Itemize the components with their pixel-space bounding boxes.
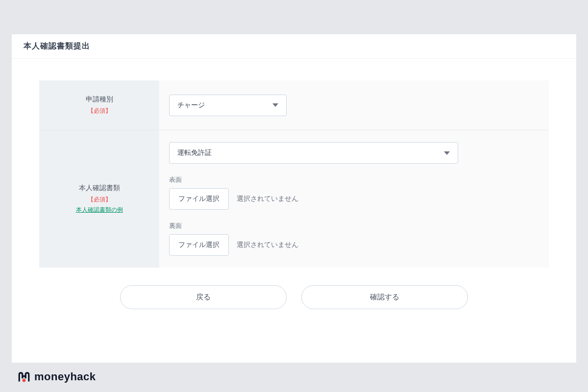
select-application-type-value: チャージ: [177, 101, 205, 110]
label-identity-doc: 本人確認書類: [49, 184, 149, 193]
file-select-front-button[interactable]: ファイル選択: [169, 188, 229, 210]
row-identity-doc: 本人確認書類 【必須】 本人確認書類の例 運転免許証 表面 ファイル選択: [39, 130, 549, 268]
label-front: 表面: [169, 175, 539, 184]
brand-name: moneyhack: [34, 370, 96, 383]
chevron-down-icon: [444, 151, 450, 155]
required-tag: 【必須】: [49, 107, 149, 115]
required-tag: 【必須】: [49, 196, 149, 204]
brand-logo: moneyhack: [18, 370, 96, 383]
card-header: 本人確認書類提出: [12, 34, 576, 59]
svg-point-0: [23, 379, 26, 382]
confirm-button[interactable]: 確認する: [301, 285, 468, 309]
back-button[interactable]: 戻る: [120, 285, 287, 309]
form-card: 本人確認書類提出 申請種別 【必須】 チャージ: [12, 34, 576, 363]
link-doc-example[interactable]: 本人確認書類の例: [76, 206, 123, 214]
chevron-down-icon: [272, 103, 278, 107]
select-application-type[interactable]: チャージ: [169, 95, 287, 116]
select-doc-type-value: 運転免許証: [177, 148, 212, 157]
file-status-front: 選択されていません: [237, 195, 298, 203]
select-doc-type[interactable]: 運転免許証: [169, 142, 458, 164]
label-back: 裏面: [169, 221, 539, 230]
label-application-type: 申請種別: [49, 95, 149, 104]
page-title: 本人確認書類提出: [24, 41, 564, 51]
file-status-back: 選択されていません: [237, 241, 298, 249]
row-application-type: 申請種別 【必須】 チャージ: [39, 80, 549, 130]
moneyhack-icon: [18, 370, 30, 383]
file-select-back-button[interactable]: ファイル選択: [169, 234, 229, 256]
